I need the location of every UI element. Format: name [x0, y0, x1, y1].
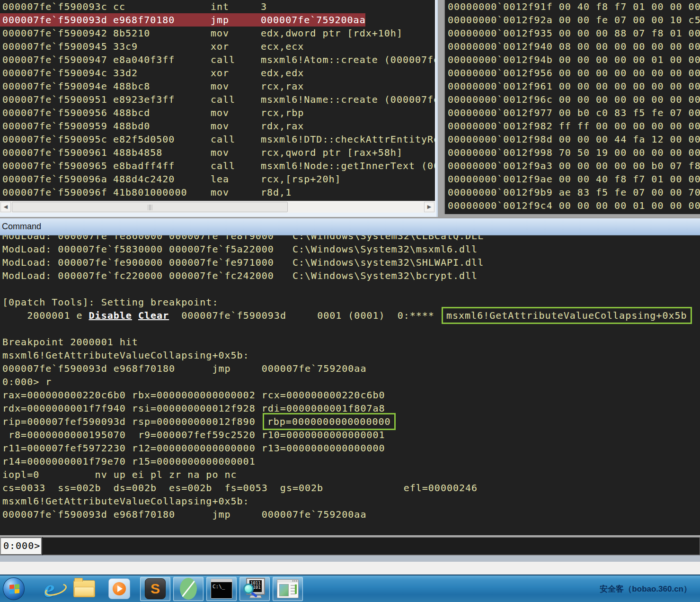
scrollbar-thumb[interactable] — [12, 202, 288, 212]
memory-row: 00000000`0012f977 00 b0 c0 83 f5 fe 07 0… — [445, 106, 700, 119]
disasm-mnem: mov — [211, 80, 229, 93]
command-output-pane[interactable]: ModLoad: 000007fe`fe860000 000007fe`fe8f… — [0, 235, 700, 535]
horizontal-scrollbar[interactable]: ◀ ▶ — [0, 201, 435, 213]
memory-row: 00000000`0012f91f 00 40 f8 f7 01 00 00 0… — [445, 0, 700, 13]
disasm-row[interactable]: 000007fe`f590094e488bc8movrcx,rax — [0, 80, 435, 93]
memory-pane[interactable]: 00000000`0012f91f 00 40 f8 f7 01 00 00 0… — [444, 0, 700, 214]
disasm-row[interactable]: 000007fe`f590096a488d4c2420learcx,[rsp+2… — [0, 172, 435, 186]
taskbar-item-windbg[interactable]: 1011 101 — [239, 577, 270, 601]
disasm-bytes: 488d4c2420 — [113, 172, 175, 186]
highlight-box: msxml6!GetAttributeValueCollapsing+0x5b — [442, 307, 692, 324]
disasm-row[interactable]: 000007fe`f59009428b5210movedx,dword ptr … — [0, 27, 435, 40]
memory-row: 00000000`0012f940 08 00 00 00 00 00 00 0… — [445, 40, 700, 53]
command-text: Breakpoint 2000001 hit — [2, 336, 138, 348]
command-line: iopl=0 nv up ei pl zr na po nc — [0, 468, 700, 481]
disassembly-pane: 000007fe`f590093cccint3000007fe`f590093d… — [0, 0, 438, 217]
disasm-addr: 000007fe`f5900961 — [2, 146, 107, 159]
process-window-icon — [277, 579, 299, 598]
command-text: msxml6!GetAttributeValueCollapsing+0x5b: — [2, 495, 249, 507]
disasm-op: msxml6!Node::getInnerText (00 — [261, 159, 435, 172]
disasm-row[interactable]: 000007fe`f590094533c9xorecx,ecx — [0, 40, 435, 53]
disasm-mnem: mov — [211, 146, 229, 159]
windbg-icon: 1011 101 — [243, 578, 266, 600]
disasm-row[interactable]: 000007fe`f5900951e8923ef3ffcallmsxml6!Na… — [0, 93, 435, 106]
disasm-row[interactable]: 000007fe`f5900965e8badff4ffcallmsxml6!No… — [0, 159, 435, 172]
start-button[interactable] — [0, 576, 25, 601]
0patch-agent-icon — [180, 578, 197, 600]
disasm-op: edx,dword ptr [rdx+10h] — [261, 27, 403, 40]
memory-row: 00000000`0012f96c 00 00 00 00 00 00 00 0… — [445, 93, 700, 106]
disasm-row[interactable]: 000007fe`f590096f41b801000000movr8d,1 — [0, 186, 435, 199]
command-text: cs=0033 ss=002b ds=002b es=002b fs=0053 … — [2, 482, 478, 494]
taskbar-item-media-player[interactable] — [107, 576, 132, 601]
scroll-right-arrow-icon[interactable]: ▶ — [424, 202, 434, 212]
command-input-field[interactable] — [43, 537, 700, 555]
memory-row: 00000000`0012f9ae 00 00 40 f8 f7 01 00 0… — [445, 172, 700, 186]
disasm-mnem: mov — [211, 106, 229, 119]
disasm-op: msxml6!Name::create (000007fe — [261, 93, 435, 106]
disasm-row[interactable]: 000007fe`f590093de968f70180jmp000007fe`7… — [0, 13, 435, 27]
disasm-addr: 000007fe`f590094c — [2, 66, 107, 80]
disasm-row[interactable]: 000007fe`f590093cccint3 — [0, 0, 435, 13]
disasm-bytes: 488bc8 — [113, 80, 150, 93]
command-line: r8=0000000000195070 r9=000007fef59c2520 … — [0, 428, 700, 441]
disasm-row[interactable]: 000007fe`f590094c33d2xoredx,edx — [0, 66, 435, 80]
disasm-row[interactable]: 000007fe`f5900961488b4858movrcx,qword pt… — [0, 146, 435, 159]
disasm-bytes: 41b801000000 — [113, 186, 187, 199]
memory-row: 00000000`0012f94b 00 00 00 00 00 01 00 0… — [445, 53, 700, 66]
disasm-addr: 000007fe`f5900945 — [2, 40, 107, 53]
command-text: ModLoad: 000007fe`fe900000 000007fe`fe97… — [2, 257, 484, 268]
disasm-bytes: 488bd0 — [113, 119, 150, 133]
command-line: rip=000007fef590093d rsp=000000000012f89… — [0, 415, 700, 428]
disasm-addr: 000007fe`f5900942 — [2, 27, 107, 40]
memory-row: 00000000`0012f961 00 00 00 00 00 00 00 0… — [445, 80, 700, 93]
disasm-addr: 000007fe`f590096a — [2, 172, 107, 186]
disasm-op: ecx,ecx — [261, 40, 304, 53]
taskbar-item-command-prompt[interactable]: C:\_ — [206, 577, 237, 601]
disasm-op: edx,edx — [261, 66, 304, 80]
taskbar-item-process-window[interactable] — [273, 577, 303, 601]
dml-link[interactable]: Clear — [138, 310, 169, 321]
disassembly-view[interactable]: 000007fe`f590093cccint3000007fe`f590093d… — [0, 0, 435, 201]
sublime-text-icon: S — [145, 578, 166, 599]
disasm-addr: 000007fe`f590096f — [2, 186, 107, 199]
taskbar-item-sublime-text[interactable]: S — [140, 577, 170, 601]
disasm-bytes: e8923ef3ff — [113, 93, 175, 106]
scroll-left-arrow-icon[interactable]: ◀ — [0, 202, 11, 212]
command-line: 0:000> r — [0, 375, 700, 388]
prompt-label: 0:000> — [0, 537, 42, 555]
windows-start-orb-icon — [3, 577, 25, 600]
disasm-mnem: call — [211, 159, 235, 172]
disasm-row[interactable]: 000007fe`f5900959488bd0movrdx,rax — [0, 119, 435, 133]
disasm-op: 000007fe`759200aa — [261, 13, 366, 27]
statusbar-strip — [0, 555, 700, 562]
taskbar-item-explorer[interactable] — [72, 576, 97, 601]
disasm-addr: 000007fe`f590095c — [2, 133, 107, 146]
disasm-row[interactable]: 000007fe`f5900956488bcdmovrcx,rbp — [0, 106, 435, 119]
command-line — [0, 282, 700, 296]
folder-icon — [73, 580, 95, 597]
memory-row: 00000000`0012f998 70 50 19 00 00 00 00 0… — [445, 146, 700, 159]
disasm-op: rcx,qword ptr [rax+58h] — [261, 146, 403, 159]
taskbar: e S C:\_ 1011 101 — [0, 575, 700, 602]
dml-link[interactable]: Disable — [89, 310, 132, 321]
command-line — [0, 322, 700, 335]
disasm-mnem: xor — [211, 40, 229, 53]
disasm-addr: 000007fe`f590093c — [2, 0, 107, 13]
disasm-addr: 000007fe`f5900965 — [2, 159, 107, 172]
memory-row: 00000000`0012f982 ff ff 00 00 00 00 00 0… — [445, 119, 700, 133]
command-line: 000007fe`f590093d e968f70180 jmp 000007f… — [0, 508, 700, 521]
command-text: 000007fe`f590093d e968f70180 jmp 000007f… — [2, 509, 366, 520]
command-text: ModLoad: 000007fe`fc220000 000007fe`fc24… — [2, 270, 478, 281]
command-line: ModLoad: 000007fe`fc220000 000007fe`fc24… — [0, 269, 700, 282]
command-text: r11=000007fef5972230 r12=000000000000000… — [2, 442, 385, 454]
taskbar-item-0patch[interactable] — [173, 577, 204, 601]
statusbar — [0, 562, 700, 575]
disasm-op: rcx,rax — [261, 80, 304, 93]
disasm-row[interactable]: 000007fe`f590095ce82f5d0500callmsxml6!DT… — [0, 133, 435, 146]
memory-row: 00000000`0012f9b9 ae 83 f5 fe 07 00 00 7… — [445, 186, 700, 199]
disasm-op: rcx,[rsp+20h] — [261, 172, 341, 186]
command-window-titlebar[interactable]: Command — [0, 217, 700, 235]
disasm-row[interactable]: 000007fe`f5900947e8a040f3ffcallmsxml6!At… — [0, 53, 435, 66]
taskbar-item-internet-explorer[interactable]: e — [37, 576, 62, 601]
